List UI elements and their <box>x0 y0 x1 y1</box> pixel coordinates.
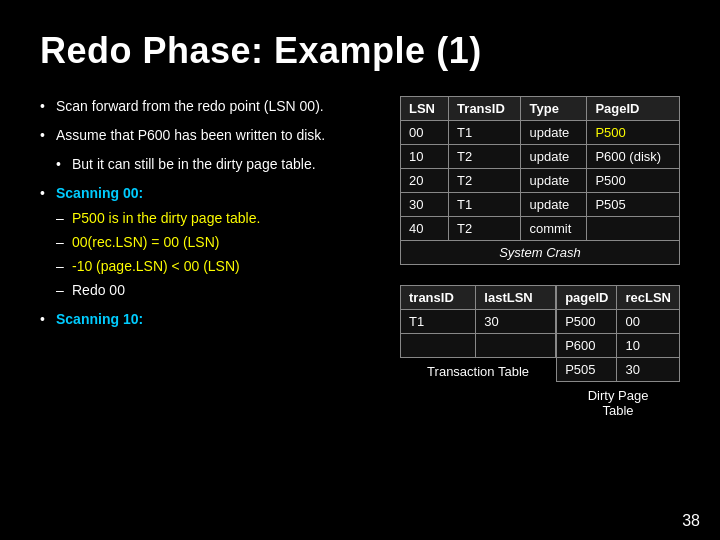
bullet-list-2: Scanning 00: P500 is in the dirty page t… <box>40 183 370 330</box>
transid-t2-r5: T2 <box>449 217 521 241</box>
transid-t1-r4: T1 <box>449 193 521 217</box>
dirty-p600: P600 <box>557 334 617 358</box>
sub-bullet-dirty: But it can still be in the dirty page ta… <box>56 154 370 175</box>
lsn-40: 40 <box>401 217 449 241</box>
sub-pagelsn-text: -10 (page.LSN) < 00 (LSN) <box>72 258 240 274</box>
bottom-section: transID lastLSN T1 30 <box>400 285 680 418</box>
table-row: 40 T2 commit <box>401 217 680 241</box>
redo-col-pageid: PageID <box>587 97 680 121</box>
trans-t1: T1 <box>401 310 476 334</box>
type-update-r1: update <box>521 121 587 145</box>
redo-col-lsn: LSN <box>401 97 449 121</box>
scanning-00-sub: P500 is in the dirty page table. 00(rec.… <box>56 208 370 301</box>
system-crash-text: System Crash <box>401 241 680 265</box>
transaction-table-wrap: transID lastLSN T1 30 <box>400 285 556 379</box>
table-row: P505 30 <box>557 358 680 382</box>
table-row: 30 T1 update P505 <box>401 193 680 217</box>
table-row: P500 00 <box>557 310 680 334</box>
trans-empty2 <box>476 334 556 358</box>
trans-header-row: transID lastLSN <box>401 286 556 310</box>
sub-reclsn: 00(rec.LSN) = 00 (LSN) <box>56 232 370 253</box>
redo-col-type: Type <box>521 97 587 121</box>
bullet-list: Scan forward from the redo point (LSN 00… <box>40 96 370 146</box>
pageid-p600: P600 (disk) <box>587 145 680 169</box>
type-update-r4: update <box>521 193 587 217</box>
transaction-table: transID lastLSN T1 30 <box>400 285 556 358</box>
sub-bullet-dirty-text: But it can still be in the dirty page ta… <box>72 156 316 172</box>
type-update-r2: update <box>521 145 587 169</box>
transid-t2-r3: T2 <box>449 169 521 193</box>
lsn-00: 00 <box>401 121 449 145</box>
pageid-p500-r3: P500 <box>587 169 680 193</box>
dirty-reclsn-00: 00 <box>617 310 680 334</box>
pageid-empty <box>587 217 680 241</box>
content-area: Scan forward from the redo point (LSN 00… <box>40 96 680 418</box>
lsn-20: 20 <box>401 169 449 193</box>
transid-t2-r2: T2 <box>449 145 521 169</box>
dirty-header-row: pageID recLSN <box>557 286 680 310</box>
scanning-00-label: Scanning 00: <box>56 185 143 201</box>
trans-col-transid: transID <box>401 286 476 310</box>
bullet-1-text: Scan forward from the redo point (LSN 00… <box>56 98 324 114</box>
table-row <box>401 334 556 358</box>
trans-col-lastlsn: lastLSN <box>476 286 556 310</box>
transid-t1-r1: T1 <box>449 121 521 145</box>
left-panel: Scan forward from the redo point (LSN 00… <box>40 96 370 338</box>
table-row: T1 30 <box>401 310 556 334</box>
slide-title: Redo Phase: Example (1) <box>40 30 680 72</box>
bullet-2-text: Assume that P600 has been written to dis… <box>56 127 325 143</box>
bullet-scanning00: Scanning 00: P500 is in the dirty page t… <box>40 183 370 301</box>
lsn-10: 10 <box>401 145 449 169</box>
dirty-page-table-label: Dirty Page Table <box>556 388 680 418</box>
dirty-col-pageid: pageID <box>557 286 617 310</box>
system-crash-row: System Crash <box>401 241 680 265</box>
sub-reclsn-text: 00(rec.LSN) = 00 (LSN) <box>72 234 219 250</box>
sub-redo00: Redo 00 <box>56 280 370 301</box>
pageid-p505: P505 <box>587 193 680 217</box>
right-panel: LSN TransID Type PageID 00 T1 update P50… <box>400 96 680 418</box>
pageid-p500-r1: P500 <box>587 121 680 145</box>
dirty-p505: P505 <box>557 358 617 382</box>
table-row: 10 T2 update P600 (disk) <box>401 145 680 169</box>
scanning-10-label: Scanning 10: <box>56 311 143 327</box>
trans-lastlsn-30: 30 <box>476 310 556 334</box>
dirty-page-label-line2: Table <box>603 403 634 418</box>
sub-p500-dirty-text: P500 is in the dirty page table. <box>72 210 260 226</box>
dirty-page-table: pageID recLSN P500 00 P600 <box>556 285 680 382</box>
type-commit: commit <box>521 217 587 241</box>
sub-redo00-text: Redo 00 <box>72 282 125 298</box>
dirty-page-table-wrap: pageID recLSN P500 00 P600 <box>556 285 680 418</box>
bottom-tables: transID lastLSN T1 30 <box>400 285 680 418</box>
page-number: 38 <box>682 512 700 530</box>
sub-bullet-list: But it can still be in the dirty page ta… <box>56 154 370 175</box>
dirty-col-reclsn: recLSN <box>617 286 680 310</box>
table-row: 00 T1 update P500 <box>401 121 680 145</box>
bullet-2: Assume that P600 has been written to dis… <box>40 125 370 146</box>
bullet-scanning10: Scanning 10: <box>40 309 370 330</box>
dirty-p500: P500 <box>557 310 617 334</box>
transaction-table-label: Transaction Table <box>400 364 556 379</box>
redo-table: LSN TransID Type PageID 00 T1 update P50… <box>400 96 680 265</box>
redo-table-header-row: LSN TransID Type PageID <box>401 97 680 121</box>
dirty-page-label-line1: Dirty Page <box>588 388 649 403</box>
type-update-r3: update <box>521 169 587 193</box>
sub-p500-dirty: P500 is in the dirty page table. <box>56 208 370 229</box>
dirty-reclsn-10: 10 <box>617 334 680 358</box>
slide: Redo Phase: Example (1) Scan forward fro… <box>0 0 720 540</box>
sub-pagelsn: -10 (page.LSN) < 00 (LSN) <box>56 256 370 277</box>
redo-col-transid: TransID <box>449 97 521 121</box>
trans-empty <box>401 334 476 358</box>
table-row: P600 10 <box>557 334 680 358</box>
table-row: 20 T2 update P500 <box>401 169 680 193</box>
bullet-1: Scan forward from the redo point (LSN 00… <box>40 96 370 117</box>
lsn-30: 30 <box>401 193 449 217</box>
dirty-reclsn-30: 30 <box>617 358 680 382</box>
